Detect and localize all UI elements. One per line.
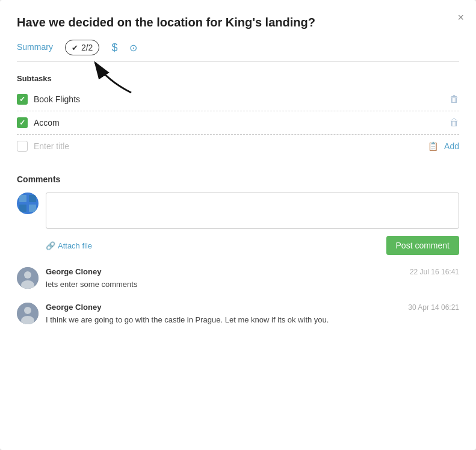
new-subtask-row: 📋 Add xyxy=(17,135,459,158)
attach-icon-small: 📋 xyxy=(428,141,438,151)
subtask-row-2: ✓ Accom 🗑 xyxy=(17,111,459,135)
tab-cost[interactable]: $ xyxy=(111,42,117,54)
subtask-delete-1[interactable]: 🗑 xyxy=(450,94,459,105)
comment-header-1: George Cloney 22 Jul 16 16:41 xyxy=(46,267,459,276)
post-comment-button[interactable]: Post comment xyxy=(386,236,459,255)
attach-file-link[interactable]: 🔗 Attach file xyxy=(46,241,92,250)
subtask-checkbox-2[interactable]: ✓ xyxy=(17,117,28,128)
svg-point-9 xyxy=(24,307,31,314)
subtasks-check-icon: ✔ xyxy=(72,43,78,52)
dialog: Have we decided on the location for King… xyxy=(0,0,476,450)
comment-item-1: George Cloney 22 Jul 16 16:41 lets enter… xyxy=(17,267,459,291)
new-subtask-checkbox[interactable] xyxy=(17,141,28,152)
svg-rect-4 xyxy=(29,205,36,212)
comment-date-1: 22 Jul 16 16:41 xyxy=(410,268,459,276)
new-subtask-input[interactable] xyxy=(34,141,422,151)
svg-point-6 xyxy=(24,271,31,279)
subtasks-title: Subtasks xyxy=(17,74,459,83)
current-user-avatar xyxy=(17,193,39,214)
tab-subtasks[interactable]: ✔ 2/2 xyxy=(65,40,99,55)
comment-input-area: 🔗 Attach file Post comment xyxy=(17,193,459,255)
svg-rect-3 xyxy=(19,205,26,212)
tabs-bar: Summary ✔ 2/2 $ ⊙ xyxy=(17,40,459,62)
subtask-delete-2[interactable]: 🗑 xyxy=(450,117,459,128)
comment-item-2: George Cloney 30 Apr 14 06:21 I think we… xyxy=(17,303,459,326)
comment-text-1: lets enter some comments xyxy=(46,279,459,291)
comment-actions: 🔗 Attach file Post comment xyxy=(46,236,459,255)
comment-header-2: George Cloney 30 Apr 14 06:21 xyxy=(46,303,459,312)
comment-content-2: George Cloney 30 Apr 14 06:21 I think we… xyxy=(46,303,459,326)
comments-section: Comments 🔗 Attach file xyxy=(17,174,459,325)
dialog-title: Have we decided on the location for King… xyxy=(17,14,459,30)
comment-content-1: George Cloney 22 Jul 16 16:41 lets enter… xyxy=(46,267,459,291)
comment-author-1: George Cloney xyxy=(46,267,101,276)
tab-time[interactable]: ⊙ xyxy=(129,42,137,54)
comment-textarea[interactable] xyxy=(46,193,459,229)
add-subtask-button[interactable]: Add xyxy=(444,141,459,151)
subtasks-count: 2/2 xyxy=(81,43,93,52)
avatar-george-2 xyxy=(17,303,39,324)
tab-summary[interactable]: Summary xyxy=(17,42,53,53)
comment-box: 🔗 Attach file Post comment xyxy=(46,193,459,255)
svg-rect-1 xyxy=(19,195,26,202)
checkmark-icon-2: ✓ xyxy=(19,119,25,127)
subtask-label-1: Book Flights xyxy=(34,94,444,104)
attach-label: Attach file xyxy=(58,241,92,250)
comment-date-2: 30 Apr 14 06:21 xyxy=(408,303,459,312)
subtask-label-2: Accom xyxy=(34,118,444,128)
subtasks-section: Subtasks ✓ Book Flights 🗑 ✓ Accom 🗑 📋 Ad… xyxy=(17,74,459,158)
paperclip-icon: 🔗 xyxy=(46,241,55,250)
subtask-row: ✓ Book Flights 🗑 xyxy=(17,88,459,111)
comment-text-2: I think we are going to go with the cast… xyxy=(46,314,459,326)
subtask-checkbox-1[interactable]: ✓ xyxy=(17,94,28,105)
comment-author-2: George Cloney xyxy=(46,303,101,312)
close-button[interactable]: × xyxy=(457,12,464,23)
checkmark-icon: ✓ xyxy=(19,95,25,103)
svg-rect-2 xyxy=(29,195,36,202)
comments-title: Comments xyxy=(17,174,459,184)
avatar-george-1 xyxy=(17,267,39,289)
